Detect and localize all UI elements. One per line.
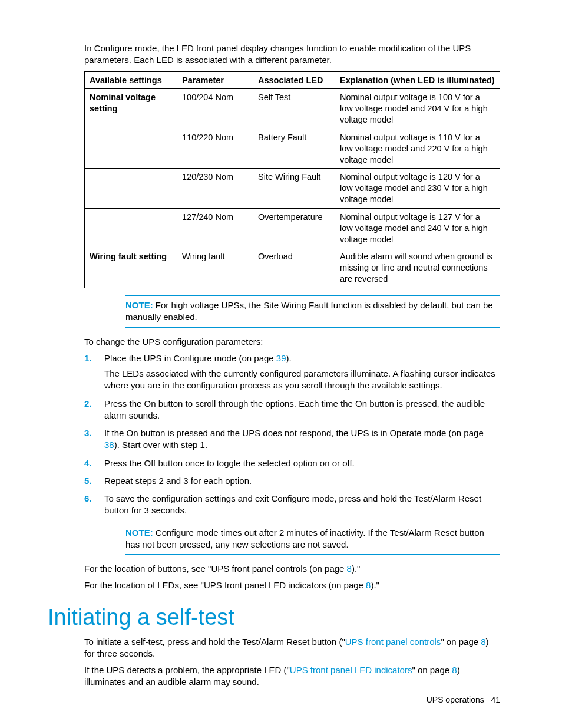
cell-led: Overtemperature xyxy=(253,208,335,248)
th-explanation: Explanation (when LED is illuminated) xyxy=(335,71,500,89)
cell-led: Self Test xyxy=(253,89,335,129)
cell-param: 110/220 Nom xyxy=(177,129,253,169)
page-link[interactable]: 8 xyxy=(452,665,457,675)
cell-param: Wiring fault xyxy=(177,248,253,288)
cell-param: 100/204 Nom xyxy=(177,89,253,129)
cell-expl: Nominal output voltage is 100 V for a lo… xyxy=(335,89,500,129)
cell-led: Battery Fault xyxy=(253,129,335,169)
selftest-p1: To initiate a self-test, press and hold … xyxy=(84,636,500,660)
loc-text: )." xyxy=(371,580,379,590)
note-text: For high voltage UPSs, the Site Wiring F… xyxy=(125,300,493,322)
step-text: Place the UPS in Configure mode (on page xyxy=(104,353,276,363)
change-intro: To change the UPS configuration paramete… xyxy=(84,336,500,348)
note-text: Configure mode times out after 2 minutes… xyxy=(125,528,484,549)
topic-link[interactable]: UPS front panel LED indicators xyxy=(290,665,412,675)
th-parameter: Parameter xyxy=(177,71,253,89)
th-led: Associated LED xyxy=(253,71,335,89)
step-sub: The LEDs associated with the currently c… xyxy=(104,368,500,392)
note-label: NOTE: xyxy=(125,300,153,310)
cell-setting xyxy=(85,208,177,248)
table-row: 120/230 Nom Site Wiring Fault Nominal ou… xyxy=(85,169,500,209)
location-leds: For the location of LEDs, see "UPS front… xyxy=(84,579,500,591)
section-heading: Initiating a self-test xyxy=(48,605,500,630)
table-header-row: Available settings Parameter Associated … xyxy=(85,71,500,89)
st-text: To initiate a self-test, press and hold … xyxy=(84,637,345,647)
page-link[interactable]: 39 xyxy=(276,353,286,363)
step-4: Press the Off button once to toggle the … xyxy=(84,457,500,469)
note-block-2: NOTE: Configure mode times out after 2 m… xyxy=(125,523,500,555)
led-table: Available settings Parameter Associated … xyxy=(84,71,500,289)
step-2: Press the On button to scroll through th… xyxy=(84,398,500,422)
table-row: Wiring fault setting Wiring fault Overlo… xyxy=(85,248,500,288)
cell-param: 120/230 Nom xyxy=(177,169,253,209)
table-row: Nominal voltage setting 100/204 Nom Self… xyxy=(85,89,500,129)
th-available: Available settings xyxy=(85,71,177,89)
loc-text: )." xyxy=(352,564,361,574)
step-text: Repeat steps 2 and 3 for each option. xyxy=(104,476,252,486)
note-label: NOTE: xyxy=(125,528,153,538)
st-text: " on page xyxy=(441,637,481,647)
page-link[interactable]: 38 xyxy=(104,440,114,450)
cell-param: 127/240 Nom xyxy=(177,208,253,248)
step-text: ). xyxy=(286,353,292,363)
table-row: 110/220 Nom Battery Fault Nominal output… xyxy=(85,129,500,169)
footer-section: UPS operations xyxy=(427,695,484,704)
cell-led: Overload xyxy=(253,248,335,288)
st-text: " on page xyxy=(412,665,452,675)
step-text: Press the On button to scroll through th… xyxy=(104,398,485,420)
cell-led: Site Wiring Fault xyxy=(253,169,335,209)
step-1: Place the UPS in Configure mode (on page… xyxy=(84,353,500,392)
cell-setting: Nominal voltage setting xyxy=(85,89,177,129)
footer-page: 41 xyxy=(491,695,500,704)
step-text: Press the Off button once to toggle the … xyxy=(104,458,355,468)
steps-list: Place the UPS in Configure mode (on page… xyxy=(84,353,500,517)
step-3: If the On button is pressed and the UPS … xyxy=(84,427,500,452)
cell-setting xyxy=(85,169,177,209)
page-link[interactable]: 8 xyxy=(347,564,352,574)
location-buttons: For the location of buttons, see "UPS fr… xyxy=(84,563,500,575)
loc-text: For the location of LEDs, see "UPS front… xyxy=(84,580,366,590)
note-block-1: NOTE: For high voltage UPSs, the Site Wi… xyxy=(125,295,500,328)
cell-expl: Audible alarm will sound when ground is … xyxy=(335,248,500,288)
step-text: To save the configuration settings and e… xyxy=(104,493,481,515)
page-link[interactable]: 8 xyxy=(481,637,485,647)
selftest-p2: If the UPS detects a problem, the approp… xyxy=(84,664,500,689)
topic-link[interactable]: UPS front panel controls xyxy=(345,637,441,647)
page-footer: UPS operations 41 xyxy=(427,695,500,704)
step-text: If the On button is pressed and the UPS … xyxy=(104,428,484,438)
loc-text: For the location of buttons, see "UPS fr… xyxy=(84,564,347,574)
table-row: 127/240 Nom Overtemperature Nominal outp… xyxy=(85,208,500,248)
intro-text: In Configure mode, the LED front panel d… xyxy=(84,42,500,67)
step-5: Repeat steps 2 and 3 for each option. xyxy=(84,475,500,487)
cell-expl: Nominal output voltage is 110 V for a lo… xyxy=(335,129,500,169)
cell-setting: Wiring fault setting xyxy=(85,248,177,288)
cell-expl: Nominal output voltage is 120 V for a lo… xyxy=(335,169,500,209)
step-6: To save the configuration settings and e… xyxy=(84,493,500,517)
cell-expl: Nominal output voltage is 127 V for a lo… xyxy=(335,208,500,248)
st-text: If the UPS detects a problem, the approp… xyxy=(84,665,290,675)
step-text: ). Start over with step 1. xyxy=(114,440,207,450)
cell-setting xyxy=(85,129,177,169)
